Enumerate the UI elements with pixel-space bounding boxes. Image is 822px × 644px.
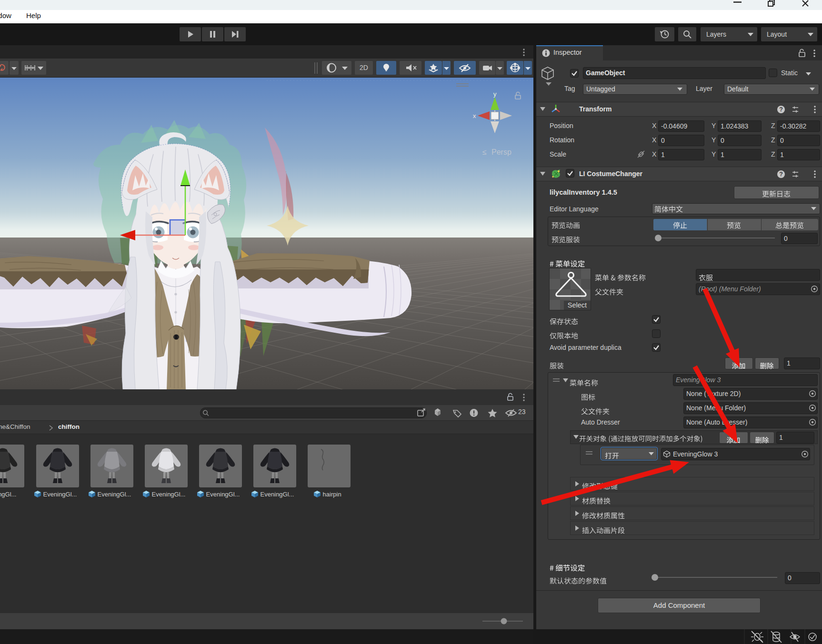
svg-text:?: ?	[779, 171, 783, 178]
svg-text:y: y	[493, 90, 497, 98]
svg-text:?: ?	[779, 106, 783, 113]
svg-text:Select: Select	[568, 301, 587, 309]
svg-text:≤: ≤	[482, 148, 487, 156]
svg-text:Persp: Persp	[491, 148, 511, 156]
svg-text:x: x	[473, 112, 476, 119]
